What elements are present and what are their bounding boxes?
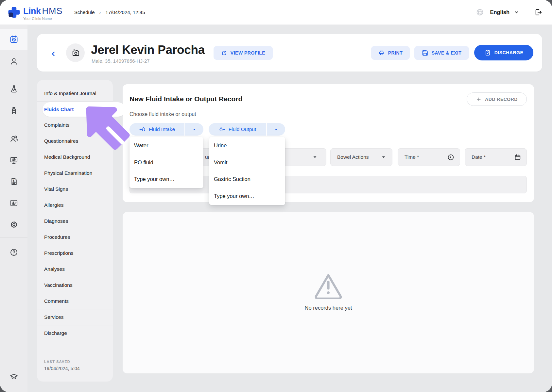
nav-item-procedures[interactable]: Procedures xyxy=(37,229,113,245)
bowel-actions-label: Bowel Actions xyxy=(337,154,369,160)
calendar-icon xyxy=(514,154,521,161)
discharge-button[interactable]: DISCHARGE xyxy=(474,45,533,60)
nav-item-label: Prescriptions xyxy=(44,250,74,256)
breadcrumb-section[interactable]: Schedule xyxy=(74,9,95,15)
form-subtitle: Choose fluid intake or output xyxy=(129,111,196,117)
rail-education-icon[interactable] xyxy=(0,366,27,387)
date-input[interactable]: Date * xyxy=(465,148,527,166)
language-label: English xyxy=(490,9,509,15)
patient-nav-panel: Info & Inpatient JournalFluids ChartComp… xyxy=(37,80,113,382)
back-button[interactable] xyxy=(48,48,59,59)
rail-staff-icon[interactable] xyxy=(0,128,27,149)
patient-avatar[interactable] xyxy=(66,43,85,62)
nav-item-label: Comments xyxy=(44,298,69,304)
top-bar: LinkHMS Your Clinic Name Schedule › 17/0… xyxy=(0,0,552,25)
language-selector[interactable]: English xyxy=(490,9,520,15)
fluid-intake-button[interactable]: Fluid Intake xyxy=(129,123,184,136)
logo-cross-icon xyxy=(8,7,20,18)
printer-icon xyxy=(378,50,385,56)
nav-item-physical-examination[interactable]: Physical Examination xyxy=(37,165,113,181)
nav-item-comments[interactable]: Comments xyxy=(37,293,113,309)
add-photo-icon xyxy=(71,48,80,57)
nav-item-label: Discharge xyxy=(44,330,67,336)
fluid-output-button[interactable]: Fluid Output xyxy=(209,123,266,136)
print-label: PRINT xyxy=(388,50,403,56)
output-option-type-your-own[interactable]: Type your own… xyxy=(209,188,285,205)
fluid-output-caret-button[interactable] xyxy=(267,123,285,136)
caret-down-icon xyxy=(380,154,387,160)
nav-item-label: Info & Inpatient Journal xyxy=(44,90,96,96)
nav-item-services[interactable]: Services xyxy=(37,309,113,325)
print-button[interactable]: PRINT xyxy=(371,46,410,60)
add-record-label: ADD RECORD xyxy=(485,97,518,102)
time-input[interactable]: Time * xyxy=(398,148,460,166)
nav-item-label: Complaints xyxy=(44,122,70,128)
fluid-output-menu: UrineVomitGastric SuctionType your own… xyxy=(209,137,285,205)
nav-item-complaints[interactable]: Complaints xyxy=(37,117,113,133)
nav-item-vaccinations[interactable]: Vaccinations xyxy=(37,277,113,293)
view-profile-label: VIEW PROFILE xyxy=(231,50,265,56)
nav-item-analyses[interactable]: Analyses xyxy=(37,261,113,277)
rail-workstation-icon[interactable] xyxy=(0,150,27,171)
rail-schedule-calendar-icon[interactable] xyxy=(0,29,27,50)
rail-medications-icon[interactable] xyxy=(0,100,27,121)
logout-button[interactable] xyxy=(534,8,543,17)
rail-laboratory-icon[interactable] xyxy=(0,78,27,99)
rail-settings-icon[interactable] xyxy=(0,214,27,235)
nav-item-prescriptions[interactable]: Prescriptions xyxy=(37,245,113,261)
intake-option-po-fluid[interactable]: PO fluid xyxy=(129,154,203,171)
rail-reports-icon[interactable] xyxy=(0,192,27,213)
chevron-left-icon xyxy=(49,50,57,58)
output-option-gastric-suction[interactable]: Gastric Suction xyxy=(209,171,285,188)
view-profile-button[interactable]: VIEW PROFILE xyxy=(214,46,273,60)
add-record-button[interactable]: ADD RECORD xyxy=(467,92,527,106)
save-exit-button[interactable]: SAVE & EXIT xyxy=(414,46,469,60)
intake-option-water[interactable]: Water xyxy=(129,137,203,154)
fluid-intake-caret-button[interactable] xyxy=(185,123,203,136)
nav-item-label: Services xyxy=(44,314,63,320)
patient-header-card: Jerel Kevin Parocha Male, 35, 14097856-H… xyxy=(37,34,542,72)
nav-item-label: Vaccinations xyxy=(44,282,73,288)
caret-up-icon xyxy=(192,127,197,132)
external-link-icon xyxy=(221,50,227,56)
nav-item-discharge[interactable]: Discharge xyxy=(37,325,113,341)
date-label: Date * xyxy=(472,154,486,160)
nav-item-label: Vital Signs xyxy=(44,186,68,192)
output-option-urine[interactable]: Urine xyxy=(209,137,285,154)
clock-icon xyxy=(447,154,455,161)
icon-rail: $ xyxy=(0,24,27,392)
output-option-vomit[interactable]: Vomit xyxy=(209,154,285,171)
rail-help-icon[interactable] xyxy=(0,242,27,263)
empty-state-message: No records here yet xyxy=(123,305,534,311)
droplet-out-icon xyxy=(219,126,226,133)
nav-item-label: Medical Background xyxy=(44,154,90,160)
nav-item-questionnaires[interactable]: Questionnaires xyxy=(37,133,113,149)
clipboard-check-icon xyxy=(484,49,491,56)
svg-text:$: $ xyxy=(13,179,14,182)
nav-item-diagnoses[interactable]: Diagnoses xyxy=(37,213,113,229)
save-icon xyxy=(422,50,428,56)
rail-patients-icon[interactable] xyxy=(0,51,27,72)
nav-item-vital-signs[interactable]: Vital Signs xyxy=(37,181,113,197)
bowel-actions-select[interactable]: Bowel Actions xyxy=(330,148,392,166)
app-window: LinkHMS Your Clinic Name Schedule › 17/0… xyxy=(0,0,552,392)
nav-item-allergies[interactable]: Allergies xyxy=(37,197,113,213)
rail-billing-icon[interactable]: $ xyxy=(0,171,27,192)
breadcrumb-separator: › xyxy=(99,9,101,15)
nav-item-info-inpatient-journal[interactable]: Info & Inpatient Journal xyxy=(37,86,113,101)
last-saved-value: 19/04/2024, 5:04 xyxy=(44,366,80,371)
app-logo[interactable]: LinkHMS Your Clinic Name xyxy=(8,7,63,21)
records-empty-card: No records here yet xyxy=(123,212,534,373)
chevron-down-icon xyxy=(513,9,520,15)
nav-item-medical-background[interactable]: Medical Background xyxy=(37,149,113,165)
nav-item-label: Allergies xyxy=(44,202,63,208)
intake-option-type-your-own[interactable]: Type your own… xyxy=(129,171,203,188)
nav-item-fluids-chart[interactable]: Fluids Chart xyxy=(37,101,113,117)
globe-icon xyxy=(476,8,484,16)
brand-name: Link xyxy=(23,6,41,16)
breadcrumb: Schedule › 17/04/2024, 12:45 xyxy=(74,0,145,24)
discharge-label: DISCHARGE xyxy=(494,50,524,55)
screen: LinkHMS Your Clinic Name Schedule › 17/0… xyxy=(0,0,552,392)
caret-up-icon xyxy=(273,127,279,132)
time-label: Time * xyxy=(405,154,419,160)
